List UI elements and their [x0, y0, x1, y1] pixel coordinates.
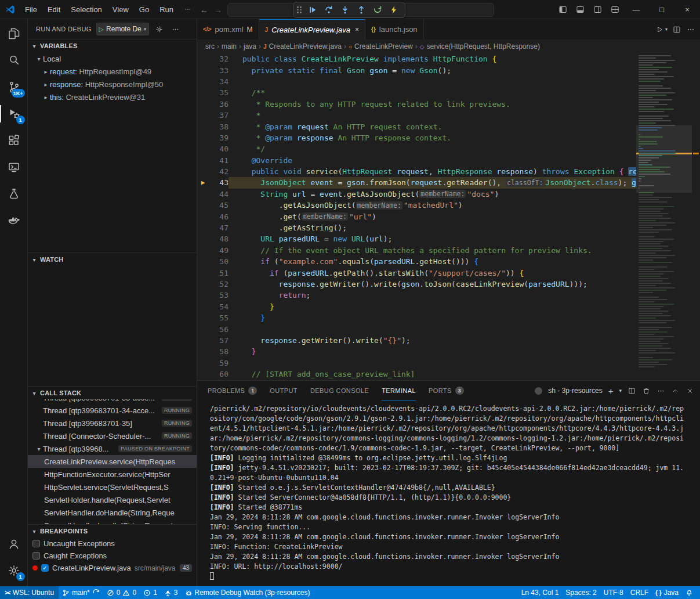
minimap[interactable]	[636, 53, 692, 380]
breadcrumb-item[interactable]: java	[244, 42, 256, 50]
menu-selection[interactable]: Selection	[66, 2, 107, 16]
code-line[interactable]: 49 // If the event object URL matches a …	[197, 245, 636, 256]
code-line[interactable]: 48 URL parsedURL = new URL(url);	[197, 233, 636, 244]
code-line[interactable]: 46 .get(memberName:"url")	[197, 211, 636, 222]
language-mode-indicator[interactable]: { } Java	[652, 586, 682, 599]
maximize-panel-icon[interactable]	[671, 387, 680, 395]
checkbox[interactable]: ✓	[41, 564, 49, 572]
activity-testing[interactable]	[0, 181, 28, 207]
breakpoint-exception-row[interactable]: Caught Exceptions	[28, 550, 197, 562]
new-terminal-icon[interactable]: +	[608, 386, 614, 396]
code-line[interactable]: 51 if (parsedURL.getPath().startsWith("/…	[197, 267, 636, 278]
overview-ruler[interactable]	[692, 53, 700, 380]
run-file-icon[interactable]	[656, 26, 664, 34]
drag-handle[interactable]	[297, 6, 302, 13]
run-dropdown-chevron-icon[interactable]: ▾	[665, 27, 668, 32]
breadcrumb-item[interactable]: ◇service(HttpRequest, HttpResponse)	[420, 42, 540, 50]
variable-item[interactable]: ▸request: HttpRequestImpl@49	[28, 65, 197, 78]
activity-accounts[interactable]	[0, 531, 28, 557]
stack-frame[interactable]: ServletHolder.handle(Request,Servlet	[28, 493, 197, 506]
activity-settings[interactable]: 1	[0, 557, 28, 584]
code-line[interactable]: 41 @Override	[197, 155, 636, 166]
callstack-thread[interactable]: ▾Thread [qtp39968...PAUSED ON BREAKPOINT	[28, 442, 197, 455]
step-out-button[interactable]	[354, 3, 369, 17]
variable-item[interactable]: ▸this: CreateLinkPreview@31	[28, 91, 197, 103]
code-line[interactable]: ▶43 JsonObject event = gson.fromJson(req…	[197, 177, 636, 188]
cursor-position-indicator[interactable]: Ln 43, Col 1	[518, 586, 563, 599]
code-line[interactable]: 54 }	[197, 301, 636, 312]
disconnect-button[interactable]	[386, 3, 401, 17]
maximize-button[interactable]: □	[649, 0, 674, 19]
stack-frame[interactable]: HttpFunctionExecutor.service(HttpSer	[28, 468, 197, 481]
variable-item[interactable]: ▸response: HttpResponseImpl@50	[28, 78, 197, 91]
close-panel-icon[interactable]	[686, 387, 694, 395]
step-into-button[interactable]	[338, 3, 353, 17]
checkbox[interactable]	[32, 540, 40, 547]
notifications-bell[interactable]	[682, 586, 697, 599]
activity-run-and-debug[interactable]: 1	[0, 100, 28, 127]
activity-explorer[interactable]	[0, 20, 28, 47]
callstack-section-header[interactable]: ▾ CALL STACK	[28, 387, 197, 399]
menu-go[interactable]: Go	[134, 2, 154, 16]
restart-button[interactable]	[370, 3, 385, 17]
encoding-indicator[interactable]: UTF-8	[600, 586, 627, 599]
code-line[interactable]: 50 if ("example.com".equals(parsedURL.ge…	[197, 256, 636, 267]
code-line[interactable]: 34	[197, 76, 636, 87]
stack-frame[interactable]: ScopedHandler.handle(String,Request,	[28, 519, 197, 524]
panel-tab-ports[interactable]: PORTS3	[429, 381, 464, 400]
code-line[interactable]: 58 }	[197, 346, 636, 357]
split-terminal-icon[interactable]	[628, 387, 636, 395]
code-line[interactable]: 33 private static final Gson gson = new …	[197, 64, 636, 75]
breadcrumb-item[interactable]: src	[205, 42, 215, 50]
activity-search[interactable]	[0, 47, 28, 74]
terminal-output[interactable]: /pierrick/.m2/repository/io/cloudevents/…	[197, 400, 700, 586]
callstack-thread[interactable]: Thread [qtp399683701-33-acce...RUNNING	[28, 399, 197, 404]
menu-view[interactable]: View	[107, 2, 134, 16]
forward-icon[interactable]: →	[211, 5, 225, 15]
code-line[interactable]: 47 .getAsString();	[197, 222, 636, 233]
menu-edit[interactable]: Edit	[42, 2, 66, 16]
watch-section-header[interactable]: ▾ WATCH	[28, 253, 197, 266]
code-line[interactable]: 39 * @param response An HTTP response co…	[197, 132, 636, 143]
customize-layout-icon[interactable]	[606, 2, 623, 17]
activity-extensions[interactable]	[0, 127, 28, 154]
panel-tab-terminal[interactable]: TERMINAL	[382, 381, 416, 400]
callstack-thread[interactable]: Thread [qtp399683701-35]RUNNING	[28, 417, 197, 430]
breakpoint-exception-row[interactable]: Uncaught Exceptions	[28, 537, 197, 550]
activity-remote-explorer[interactable]	[0, 154, 28, 181]
menu-file[interactable]: File	[20, 2, 42, 16]
editor-more-actions-icon[interactable]	[686, 25, 695, 34]
breadcrumb-item[interactable]: JCreateLinkPreview.java	[263, 42, 342, 50]
activity-docker[interactable]	[0, 207, 28, 234]
panel-tab-output[interactable]: OUTPUT	[270, 381, 298, 400]
code-line[interactable]: 36 * Responds to any HTTP request relate…	[197, 99, 636, 110]
code-line[interactable]: 44 String url = event.getAsJsonObject(me…	[197, 189, 636, 200]
code-line[interactable]: 40 */	[197, 143, 636, 154]
debug-current-line-arrow-icon[interactable]: ▶	[197, 179, 209, 186]
code-line[interactable]: 45 .getAsJsonObject(memberName:"matchedU…	[197, 200, 636, 211]
toggle-secondary-sidebar-icon[interactable]	[589, 2, 606, 17]
chevron-right-icon[interactable]: ▸	[42, 81, 50, 88]
tab-pom.xml[interactable]: </>pom.xmlM	[197, 19, 259, 39]
variables-section-header[interactable]: ▾ VARIABLES	[28, 39, 197, 52]
code-line[interactable]: 32public class CreateLinkPreview impleme…	[197, 53, 636, 64]
toggle-sidebar-icon[interactable]	[554, 2, 571, 17]
activity-source-control[interactable]: 1K+	[0, 74, 28, 100]
terminal-title[interactable]: sh - 3p-resources	[548, 387, 602, 395]
toggle-panel-icon[interactable]	[571, 2, 589, 17]
step-over-button[interactable]	[321, 3, 336, 17]
back-icon[interactable]: ←	[197, 5, 211, 15]
remote-indicator[interactable]: >< WSL: Ubuntu	[0, 586, 59, 599]
eol-indicator[interactable]: CRLF	[627, 586, 652, 599]
panel-more-actions-icon[interactable]	[657, 387, 665, 395]
minimize-button[interactable]: —	[623, 0, 649, 19]
code-line[interactable]: 52 response.getWriter().write(gson.toJso…	[197, 279, 636, 290]
minimap-slider[interactable]	[636, 125, 692, 193]
launch-config-dropdown[interactable]: ▷ Remote De ▾	[96, 23, 150, 35]
code-line[interactable]: 35 /**	[197, 87, 636, 98]
close-button[interactable]: ×	[674, 0, 700, 19]
sync-icon[interactable]	[92, 589, 100, 597]
code-line[interactable]: 59	[197, 358, 636, 369]
code-line[interactable]: 56	[197, 323, 636, 334]
breadcrumb-item[interactable]: main	[222, 42, 237, 50]
